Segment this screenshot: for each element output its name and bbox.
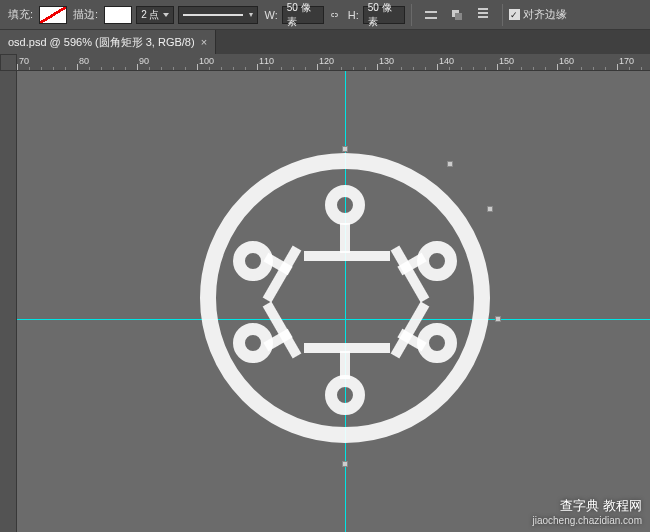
snap-label: 对齐边缘 [523, 7, 567, 22]
path-options-icon[interactable] [472, 4, 494, 26]
ruler-tick-label: 100 [199, 56, 214, 66]
ruler-tick-label: 170 [619, 56, 634, 66]
vertical-ruler[interactable] [0, 71, 17, 532]
path-align-icon[interactable] [420, 4, 442, 26]
ruler-tick-label: 140 [439, 56, 454, 66]
close-icon[interactable]: × [201, 36, 207, 48]
transform-handle-corner[interactable] [487, 206, 493, 212]
height-label: H: [348, 9, 359, 21]
node-icon [325, 375, 365, 415]
connector [340, 351, 350, 379]
document-tab[interactable]: osd.psd @ 596% (圆角矩形 3, RGB/8) × [0, 30, 216, 54]
horizontal-ruler[interactable]: 708090100110120130140150160170 [17, 54, 650, 71]
options-toolbar: 填充: 描边: 2 点 ▾ W: 50 像素 H: 50 像素 ✓ 对齐边缘 [0, 0, 650, 30]
transform-handle-right[interactable] [495, 316, 501, 322]
stroke-swatch[interactable] [104, 6, 132, 24]
svg-rect-1 [425, 17, 437, 19]
width-input[interactable]: 50 像素 [282, 6, 324, 24]
stroke-width-dropdown[interactable]: 2 点 [136, 6, 174, 24]
svg-rect-4 [478, 12, 488, 14]
height-input[interactable]: 50 像素 [363, 6, 405, 24]
ruler-tick-label: 150 [499, 56, 514, 66]
svg-rect-6 [478, 8, 488, 10]
fill-swatch[interactable] [39, 6, 67, 24]
canvas-area[interactable] [17, 71, 650, 532]
svg-rect-3 [455, 13, 462, 20]
document-tabbar: osd.psd @ 596% (圆角矩形 3, RGB/8) × [0, 30, 650, 54]
ruler-tick-label: 120 [319, 56, 334, 66]
watermark: 查字典 教程网 jiaocheng.chazidian.com [532, 497, 642, 526]
ruler-origin[interactable] [0, 54, 17, 71]
ruler-tick-label: 70 [19, 56, 29, 66]
stroke-line-preview [183, 14, 243, 16]
tab-title: osd.psd @ 596% (圆角矩形 3, RGB/8) [8, 35, 195, 50]
stroke-label: 描边: [73, 7, 98, 22]
transform-handle-corner[interactable] [447, 161, 453, 167]
ruler-tick-label: 130 [379, 56, 394, 66]
fill-label: 填充: [8, 7, 33, 22]
link-dimensions-icon[interactable] [326, 7, 342, 23]
ruler-tick-label: 160 [559, 56, 574, 66]
connector [340, 223, 350, 253]
path-arrange-icon[interactable] [446, 4, 468, 26]
watermark-url: jiaocheng.chazidian.com [532, 515, 642, 526]
snap-checkbox[interactable]: ✓ [509, 9, 520, 20]
separator [502, 4, 503, 26]
transform-handle-bottom[interactable] [342, 461, 348, 467]
ruler-tick-label: 80 [79, 56, 89, 66]
width-label: W: [264, 9, 277, 21]
stroke-style-dropdown[interactable]: ▾ [178, 6, 258, 24]
watermark-title: 查字典 教程网 [532, 497, 642, 515]
ruler-tick-label: 110 [259, 56, 274, 66]
shape-artwork [200, 153, 490, 443]
separator [411, 4, 412, 26]
transform-handle-top[interactable] [342, 146, 348, 152]
svg-rect-0 [425, 11, 437, 13]
svg-rect-5 [478, 16, 488, 18]
node-icon [325, 185, 365, 225]
ruler-tick-label: 90 [139, 56, 149, 66]
